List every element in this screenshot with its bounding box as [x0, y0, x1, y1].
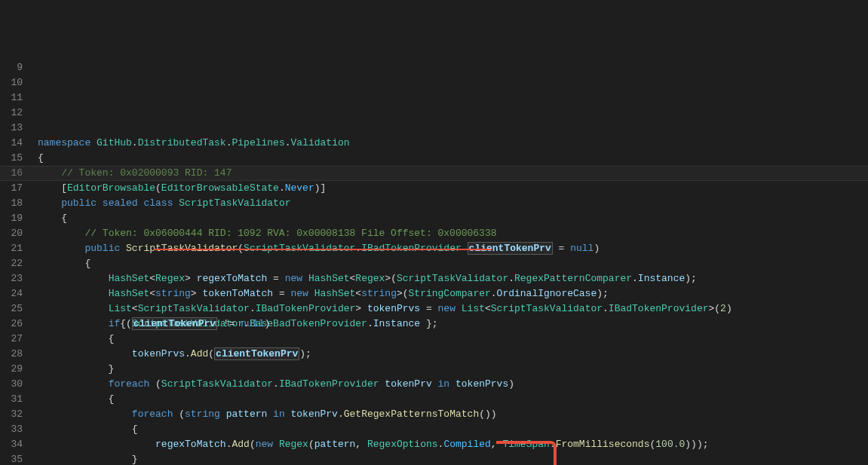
- code-line[interactable]: foreach (string pattern in tokenPrv.GetR…: [38, 407, 868, 422]
- line-number: 32: [0, 407, 23, 422]
- line-number: 33: [0, 422, 23, 437]
- line-number: 26: [0, 317, 23, 332]
- line-number: 29: [0, 362, 23, 377]
- code-line[interactable]: // Token: 0x02000093 RID: 147: [38, 166, 868, 181]
- line-number: 35: [0, 452, 23, 465]
- code-line[interactable]: public sealed class ScriptTaskValidator: [38, 196, 868, 211]
- code-line[interactable]: {: [38, 256, 868, 271]
- line-number: 25: [0, 301, 23, 317]
- code-line[interactable]: {: [38, 392, 868, 407]
- code-line[interactable]: // Token: 0x06000444 RID: 1092 RVA: 0x00…: [38, 226, 868, 241]
- line-number: 18: [0, 196, 23, 211]
- line-number: 11: [0, 90, 23, 106]
- code-line[interactable]: HashSet<string> tokenToMatch = new HashS…: [38, 286, 868, 301]
- line-number: 21: [0, 241, 23, 256]
- code-editor[interactable]: 9101112131415161718192021222324252627282…: [0, 60, 868, 465]
- code-area[interactable]: namespace GitHub.DistributedTask.Pipelin…: [38, 60, 868, 465]
- line-number-gutter: 9101112131415161718192021222324252627282…: [0, 60, 38, 465]
- code-line[interactable]: public ScriptTaskValidator(ScriptTaskVal…: [38, 241, 868, 256]
- line-number: 23: [0, 271, 23, 286]
- line-number: 17: [0, 181, 23, 196]
- line-number: 34: [0, 437, 23, 452]
- line-number: 30: [0, 377, 23, 392]
- code-line[interactable]: {: [38, 332, 868, 347]
- code-line[interactable]: {: [38, 211, 868, 226]
- code-line[interactable]: }: [38, 362, 868, 377]
- code-line[interactable]: {: [38, 151, 868, 166]
- code-line[interactable]: List<ScriptTaskValidator.IBadTokenProvid…: [38, 301, 868, 317]
- line-number: 20: [0, 226, 23, 241]
- code-line[interactable]: regexToMatch.Add(new Regex(pattern, Rege…: [38, 437, 868, 452]
- line-number: 13: [0, 121, 23, 136]
- line-number: 14: [0, 136, 23, 151]
- line-number: 15: [0, 151, 23, 166]
- line-number: 9: [0, 60, 23, 75]
- line-number: 24: [0, 286, 23, 301]
- code-line[interactable]: [EditorBrowsable(EditorBrowsableState.Ne…: [38, 181, 868, 196]
- line-number: 31: [0, 392, 23, 407]
- line-number: 27: [0, 332, 23, 347]
- line-number: 19: [0, 211, 23, 226]
- line-number: 22: [0, 256, 23, 271]
- code-line[interactable]: foreach (ScriptTaskValidator.IBadTokenPr…: [38, 377, 868, 392]
- line-number: 16: [0, 166, 23, 181]
- code-line[interactable]: if (clientTokenPrv != null): [38, 317, 868, 332]
- code-line[interactable]: HashSet<Regex> regexToMatch = new HashSe…: [38, 271, 868, 286]
- code-line[interactable]: {: [38, 422, 868, 437]
- code-line[interactable]: }: [38, 452, 868, 465]
- line-number: 10: [0, 75, 23, 90]
- code-line[interactable]: tokenPrvs.Add(clientTokenPrv);: [38, 347, 868, 362]
- code-line[interactable]: namespace GitHub.DistributedTask.Pipelin…: [38, 136, 868, 151]
- line-number: 12: [0, 106, 23, 121]
- line-number: 28: [0, 347, 23, 362]
